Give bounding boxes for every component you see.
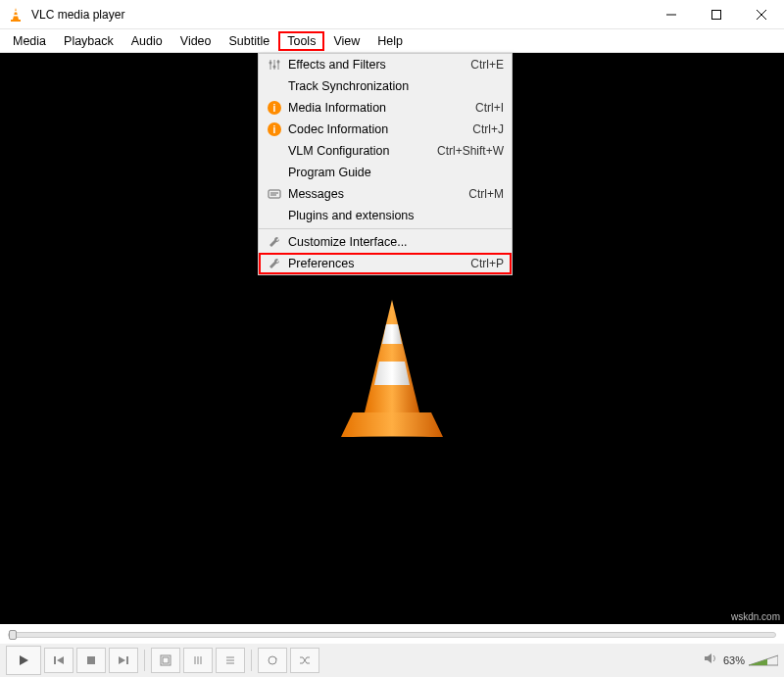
svg-marker-10	[374, 362, 410, 385]
svg-point-18	[277, 61, 280, 64]
menu-item-label: VLM Configuration	[284, 144, 437, 158]
menu-view[interactable]: View	[324, 31, 368, 51]
menu-item-label: Preferences	[284, 257, 470, 270]
menu-playback[interactable]: Playback	[55, 31, 122, 51]
tools-dropdown: Effects and Filters Ctrl+E Track Synchro…	[258, 53, 513, 275]
menu-item-label: Codec Information	[284, 122, 472, 136]
svg-marker-22	[20, 655, 28, 665]
menu-messages[interactable]: Messages Ctrl+M	[259, 183, 512, 205]
svg-rect-23	[54, 656, 56, 664]
window-title: VLC media player	[31, 8, 649, 22]
menu-plugins-extensions[interactable]: Plugins and extensions	[259, 205, 512, 226]
menu-codec-information[interactable]: i Codec Information Ctrl+J	[259, 119, 512, 140]
stop-button[interactable]	[76, 648, 106, 673]
menu-separator	[259, 228, 512, 229]
volume-percent: 63%	[723, 654, 745, 666]
loop-button[interactable]	[258, 648, 287, 673]
menu-item-shortcut: Ctrl+J	[472, 122, 504, 136]
menu-subtitle[interactable]: Subtitle	[220, 31, 279, 51]
menu-video[interactable]: Video	[172, 31, 220, 51]
svg-marker-24	[57, 656, 64, 664]
menu-track-sync[interactable]: Track Synchronization	[259, 75, 512, 97]
fullscreen-button[interactable]	[151, 648, 180, 673]
sliders-icon	[265, 58, 284, 72]
maximize-button[interactable]	[694, 0, 739, 28]
vlc-cone-icon	[8, 7, 24, 23]
menu-program-guide[interactable]: Program Guide	[259, 162, 512, 183]
minimize-button[interactable]	[649, 0, 694, 28]
extended-settings-button[interactable]	[183, 648, 213, 673]
svg-marker-8	[365, 300, 419, 412]
menu-item-shortcut: Ctrl+Shift+W	[437, 144, 504, 158]
info-icon: i	[265, 101, 284, 115]
wrench-icon	[265, 235, 284, 249]
menu-customize-interface[interactable]: Customize Interface...	[259, 231, 512, 253]
menu-vlm-configuration[interactable]: VLM Configuration Ctrl+Shift+W	[259, 140, 512, 162]
close-button[interactable]	[739, 0, 784, 28]
svg-marker-37	[705, 653, 711, 663]
menu-item-shortcut: Ctrl+E	[470, 58, 504, 72]
svg-point-17	[273, 66, 276, 69]
menu-item-label: Plugins and extensions	[284, 209, 504, 222]
svg-marker-11	[341, 412, 443, 437]
svg-point-16	[270, 62, 272, 65]
svg-point-12	[337, 436, 447, 442]
menu-item-label: Effects and Filters	[284, 58, 470, 72]
menubar: Media Playback Audio Video Subtitle Tool…	[0, 29, 784, 53]
menu-item-shortcut: Ctrl+I	[475, 101, 504, 115]
menu-item-label: Media Information	[284, 101, 475, 115]
titlebar: VLC media player	[0, 0, 784, 29]
seek-handle[interactable]	[9, 630, 17, 640]
menu-item-label: Customize Interface...	[284, 235, 504, 249]
menu-help[interactable]: Help	[368, 31, 412, 51]
svg-marker-9	[382, 324, 402, 344]
control-separator	[251, 650, 252, 671]
svg-rect-29	[163, 657, 169, 663]
svg-rect-2	[15, 11, 18, 13]
svg-marker-0	[13, 8, 19, 20]
seek-track[interactable]	[8, 632, 776, 638]
menu-media[interactable]: Media	[4, 31, 55, 51]
menu-item-label: Program Guide	[284, 166, 504, 179]
svg-marker-26	[119, 656, 125, 664]
previous-button[interactable]	[44, 648, 74, 673]
playback-controls: 63%	[0, 644, 784, 677]
vlc-cone-logo	[333, 295, 451, 442]
watermark: wskdn.com	[731, 611, 780, 622]
playlist-button[interactable]	[216, 648, 245, 673]
menu-audio[interactable]: Audio	[122, 31, 172, 51]
menu-item-label: Messages	[284, 187, 468, 201]
svg-rect-25	[87, 656, 95, 664]
menu-media-information[interactable]: i Media Information Ctrl+I	[259, 97, 512, 119]
info-icon: i	[265, 122, 284, 136]
svg-rect-3	[14, 15, 18, 17]
random-button[interactable]	[290, 648, 319, 673]
menu-item-shortcut: Ctrl+M	[468, 187, 504, 201]
svg-marker-36	[275, 657, 277, 659]
menu-item-shortcut: Ctrl+P	[470, 257, 504, 270]
svg-rect-19	[269, 190, 280, 198]
messages-icon	[265, 189, 284, 199]
speaker-icon[interactable]	[704, 652, 719, 669]
svg-rect-1	[11, 20, 21, 22]
menu-item-label: Track Synchronization	[284, 79, 504, 93]
seek-bar[interactable]	[8, 628, 776, 642]
volume-slider[interactable]	[749, 653, 778, 667]
svg-rect-27	[126, 656, 128, 664]
play-button[interactable]	[6, 646, 41, 675]
wrench-icon	[265, 257, 284, 270]
next-button[interactable]	[109, 648, 138, 673]
svg-rect-5	[712, 10, 721, 19]
menu-effects-filters[interactable]: Effects and Filters Ctrl+E	[259, 54, 512, 75]
menu-tools[interactable]: Tools	[278, 31, 324, 51]
control-separator	[144, 650, 145, 671]
volume-control[interactable]: 63%	[704, 652, 778, 669]
menu-preferences[interactable]: Preferences Ctrl+P	[259, 253, 512, 274]
